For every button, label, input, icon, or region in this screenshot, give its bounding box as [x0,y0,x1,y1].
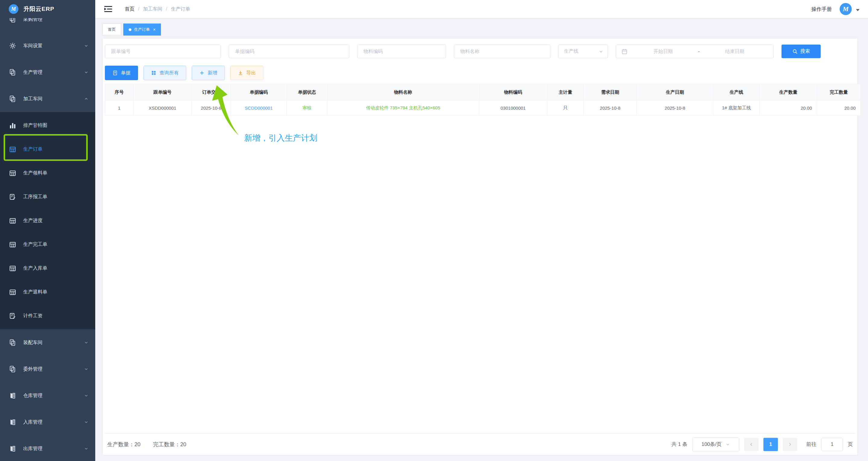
doc-code-input[interactable] [229,44,349,58]
material-name-input[interactable] [454,44,550,58]
caret-down-icon[interactable] [856,9,860,11]
tab-home[interactable]: 首页 [102,24,121,36]
table-header-row: 序号 跟单编号 订单交期 单据编码 单据状态 物料名称 物料编码 主计量 需求日… [105,84,861,101]
sidebar-item-outsourcing-management[interactable]: 委外管理 [0,356,95,382]
toolbar: 单据 查询所有 新增 导出 [105,66,855,80]
breadcrumb-separator: / [166,6,167,12]
page-size-select[interactable]: 100条/页 [692,437,739,451]
document-edit-icon [9,312,16,320]
chevron-down-icon [84,70,89,75]
export-button[interactable]: 导出 [230,66,264,80]
app-logo: M 升阳云ERP [0,0,95,18]
sidebar-item-label: 生产完工单 [23,241,47,248]
sidebar-item-production-completion[interactable]: 生产完工单 [0,233,95,256]
tab-production-order[interactable]: 生产订单 × [123,24,161,36]
document-button[interactable]: 单据 [105,66,138,80]
breadcrumb-home[interactable]: 首页 [125,6,134,12]
material-code-input[interactable] [357,44,446,58]
total-count: 共 1 条 [672,441,687,448]
col-production-line: 生产线 [713,84,760,101]
sidebar-item-production-return[interactable]: 生产退料单 [0,280,95,304]
download-icon [238,70,243,75]
ledger-icon [9,392,16,399]
production-line-select[interactable]: 生产线 [558,44,608,58]
doc-code-link[interactable]: SCDD000001 [245,105,273,111]
sidebar-item-label: 排产甘特图 [23,122,47,129]
follow-order-no-input[interactable] [105,44,221,58]
next-page-button[interactable] [783,438,797,451]
sidebar-item-label: 出库管理 [23,445,42,452]
sidebar-item-piecework-wage[interactable]: 计件工资 [0,304,95,328]
cell-material-code: 0301000001 [479,101,547,116]
table-icon [9,146,16,153]
goto-page-input[interactable] [821,438,843,451]
date-range-picker[interactable]: - [616,44,774,58]
sidebar-item-inbound-management[interactable]: 入库管理 [0,409,95,435]
logo-icon: M [9,4,19,14]
app-title: 升阳云ERP [24,5,54,13]
summary: 生产数量：20 完工数量：20 [107,441,186,448]
sidebar-item-label: 生产管理 [23,69,42,75]
goto-label: 前往 [806,441,816,448]
chevron-down-icon [84,446,89,451]
avatar[interactable]: M [840,3,852,15]
document-icon [113,70,118,75]
chevron-right-icon [788,442,792,447]
sidebar-item-procurement-management[interactable]: 采购管理 [0,18,95,33]
sidebar-item-assembly-workshop[interactable]: 装配车间 [0,329,95,356]
sidebar-item-label: 生产进度 [23,218,42,224]
col-production-date: 生产日期 [637,84,713,101]
sidebar-item-production-order[interactable]: 生产订单 [0,137,95,161]
prev-page-button[interactable] [744,438,758,451]
sidebar-item-label: 采购管理 [23,18,42,23]
sidebar-item-production-management[interactable]: 生产管理 [0,59,95,86]
cell-production-line: 1# 底架加工线 [713,101,760,116]
sidebar-item-production-inbound[interactable]: 生产入库单 [0,256,95,280]
cell-follow-order-no: XSDD000001 [133,101,192,116]
col-finished-qty: 完工数量 [817,84,861,101]
sidebar-item-process-report[interactable]: 工序报工单 [0,185,95,209]
filter-bar: 生产线 - 搜索 [105,44,855,58]
table-icon [9,170,16,177]
pages-icon [9,339,16,346]
sidebar-item-processing-workshop[interactable]: 加工车间 [0,86,95,112]
sidebar-item-workshop-settings[interactable]: 车间设置 [0,33,95,59]
cell-unit: 只 [547,101,584,116]
bar-chart-icon [9,122,16,129]
ledger-icon [9,419,16,426]
close-icon[interactable]: × [153,27,156,32]
page-1-button[interactable]: 1 [764,438,778,451]
query-all-button[interactable]: 查询所有 [144,66,186,80]
col-unit: 主计量 [547,84,584,101]
chevron-down-icon [84,367,89,371]
pages-icon [9,95,16,102]
sidebar-item-label: 加工车间 [23,96,42,102]
sidebar-item-warehouse-management[interactable]: 仓库管理 [0,382,95,409]
chevron-down-icon [84,420,89,425]
document-edit-icon [9,193,16,201]
sidebar-collapse-icon[interactable] [104,6,112,12]
start-date-input[interactable] [630,49,696,54]
table-row: 1 XSDD000001 2025-10-8 SCDD000001 审核 传动皮… [105,101,861,116]
search-button[interactable]: 搜索 [781,44,821,58]
cell-production-qty: 20.00 [760,101,817,116]
sidebar-item-label: 生产退料单 [23,289,47,295]
manual-link[interactable]: 操作手册 [811,6,832,13]
processing-workshop-submenu: 排产甘特图 生产订单 生产领料单 工序报工单 [0,112,95,329]
end-date-input[interactable] [702,49,768,54]
breadcrumb: 首页 / 加工车间 / 生产订单 [125,6,190,12]
sidebar-item-label: 车间设置 [23,43,42,49]
sidebar-item-material-requisition[interactable]: 生产领料单 [0,161,95,185]
sidebar-item-outbound-management[interactable]: 出库管理 [0,435,95,461]
col-doc-status: 单据状态 [287,84,327,101]
search-icon [792,49,798,54]
sidebar-item-production-progress[interactable]: 生产进度 [0,209,95,233]
pagination: 共 1 条 100条/页 1 前往 页 [672,437,853,451]
sidebar-menu: 采购管理 车间设置 生产管理 加工车间 [0,18,95,461]
table-icon [9,241,16,248]
range-separator: - [696,49,701,54]
chevron-down-icon [84,340,89,345]
add-button[interactable]: 新增 [192,66,225,80]
breadcrumb-section[interactable]: 加工车间 [143,6,162,12]
sidebar-item-gantt-chart[interactable]: 排产甘特图 [0,114,95,137]
